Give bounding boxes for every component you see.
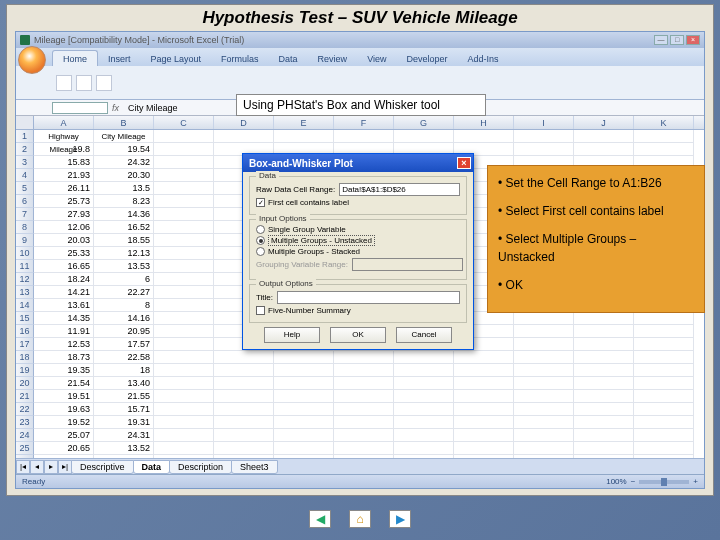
cell[interactable]: 20.65	[34, 442, 94, 455]
sheet-data[interactable]: Data	[133, 460, 171, 474]
cell[interactable]: 19.51	[34, 390, 94, 403]
row-head[interactable]: 23	[16, 416, 34, 429]
sheet-nav-prev[interactable]: ◂	[30, 460, 44, 474]
title-input[interactable]	[277, 291, 460, 304]
row-head[interactable]: 11	[16, 260, 34, 273]
row-head[interactable]: 21	[16, 390, 34, 403]
row-head[interactable]: 15	[16, 312, 34, 325]
cell[interactable]: 11.91	[34, 325, 94, 338]
zoom-out-icon[interactable]: −	[631, 477, 636, 486]
cell[interactable]: 12.13	[94, 247, 154, 260]
cell[interactable]: 19.63	[34, 403, 94, 416]
cell[interactable]: 20.03	[34, 234, 94, 247]
prev-slide-icon[interactable]: ◀	[309, 510, 331, 528]
cell[interactable]: 22.58	[94, 351, 154, 364]
cell[interactable]: 12.53	[34, 338, 94, 351]
row-head[interactable]: 5	[16, 182, 34, 195]
tab-formulas[interactable]: Formulas	[211, 51, 269, 66]
col-e[interactable]: E	[274, 116, 334, 129]
cell[interactable]: 19.54	[94, 143, 154, 156]
zoom-slider[interactable]	[639, 480, 689, 484]
close-button[interactable]: ×	[686, 35, 700, 45]
cell[interactable]: 20.95	[94, 325, 154, 338]
row-head[interactable]: 25	[16, 442, 34, 455]
cell[interactable]: 24.31	[94, 429, 154, 442]
cell[interactable]: 13.61	[34, 299, 94, 312]
radio-unstacked[interactable]: Multiple Groups - Unstacked	[256, 235, 460, 246]
sheet-nav-first[interactable]: |◂	[16, 460, 30, 474]
cell[interactable]: 21.93	[34, 169, 94, 182]
cell[interactable]: 8.23	[94, 195, 154, 208]
cell[interactable]: 25.33	[34, 247, 94, 260]
cell[interactable]: 19.8	[34, 143, 94, 156]
tab-view[interactable]: View	[357, 51, 396, 66]
home-icon[interactable]: ⌂	[349, 510, 371, 528]
row-head[interactable]: 20	[16, 377, 34, 390]
cell[interactable]: 16.52	[94, 221, 154, 234]
cell[interactable]: 13.5	[94, 182, 154, 195]
row-head[interactable]: 18	[16, 351, 34, 364]
cell[interactable]: 8	[94, 299, 154, 312]
fx-icon[interactable]: fx	[112, 103, 124, 113]
cell[interactable]: 15.83	[34, 156, 94, 169]
row-head[interactable]: 22	[16, 403, 34, 416]
row-head[interactable]: 9	[16, 234, 34, 247]
cell[interactable]: 22.27	[94, 286, 154, 299]
cut-icon[interactable]	[76, 75, 92, 91]
cell[interactable]: 27.93	[34, 208, 94, 221]
cell[interactable]: 14.36	[94, 208, 154, 221]
cell[interactable]: 19.52	[34, 416, 94, 429]
next-slide-icon[interactable]: ▶	[389, 510, 411, 528]
tab-page-layout[interactable]: Page Layout	[141, 51, 212, 66]
cell[interactable]: 19.35	[34, 364, 94, 377]
row-head[interactable]: 4	[16, 169, 34, 182]
cell[interactable]: 25.73	[34, 195, 94, 208]
row-head[interactable]: 24	[16, 429, 34, 442]
col-i[interactable]: I	[514, 116, 574, 129]
cell[interactable]: 13.53	[94, 260, 154, 273]
cell[interactable]: 19.31	[94, 416, 154, 429]
col-c[interactable]: C	[154, 116, 214, 129]
zoom-in-icon[interactable]: +	[693, 477, 698, 486]
col-g[interactable]: G	[394, 116, 454, 129]
sheet-descriptive[interactable]: Descriptive	[71, 460, 134, 474]
col-a[interactable]: A	[34, 116, 94, 129]
formula-value[interactable]: City Mileage	[128, 103, 178, 113]
cell[interactable]: 21.55	[94, 390, 154, 403]
cell[interactable]: 20.30	[94, 169, 154, 182]
help-button[interactable]: Help	[264, 327, 320, 343]
cell-range-input[interactable]	[339, 183, 460, 196]
row-head[interactable]: 10	[16, 247, 34, 260]
tab-addins[interactable]: Add-Ins	[458, 51, 509, 66]
col-f[interactable]: F	[334, 116, 394, 129]
cell[interactable]: Highway Mileage	[34, 130, 94, 143]
checkbox-five-number[interactable]: Five-Number Summary	[256, 306, 460, 315]
cell[interactable]: 15.71	[94, 403, 154, 416]
row-head[interactable]: 8	[16, 221, 34, 234]
row-head[interactable]: 2	[16, 143, 34, 156]
cell[interactable]: 18	[94, 364, 154, 377]
row-head[interactable]: 3	[16, 156, 34, 169]
radio-stacked[interactable]: Multiple Groups - Stacked	[256, 247, 460, 256]
sheet-nav-last[interactable]: ▸|	[58, 460, 72, 474]
cell[interactable]: 13.52	[94, 442, 154, 455]
col-h[interactable]: H	[454, 116, 514, 129]
tab-review[interactable]: Review	[308, 51, 358, 66]
copy-icon[interactable]	[96, 75, 112, 91]
cell[interactable]: 14.21	[34, 286, 94, 299]
dialog-close-icon[interactable]: ×	[457, 157, 471, 169]
col-j[interactable]: J	[574, 116, 634, 129]
name-box[interactable]	[52, 102, 108, 114]
sheet-nav-next[interactable]: ▸	[44, 460, 58, 474]
row-head[interactable]: 12	[16, 273, 34, 286]
col-k[interactable]: K	[634, 116, 694, 129]
cell[interactable]: City Mileage	[94, 130, 154, 143]
ok-button[interactable]: OK	[330, 327, 386, 343]
col-d[interactable]: D	[214, 116, 274, 129]
row-head[interactable]: 19	[16, 364, 34, 377]
cancel-button[interactable]: Cancel	[396, 327, 452, 343]
cell[interactable]: 24.32	[94, 156, 154, 169]
cell[interactable]: 12.06	[34, 221, 94, 234]
paste-icon[interactable]	[56, 75, 72, 91]
cell[interactable]: 18.55	[94, 234, 154, 247]
